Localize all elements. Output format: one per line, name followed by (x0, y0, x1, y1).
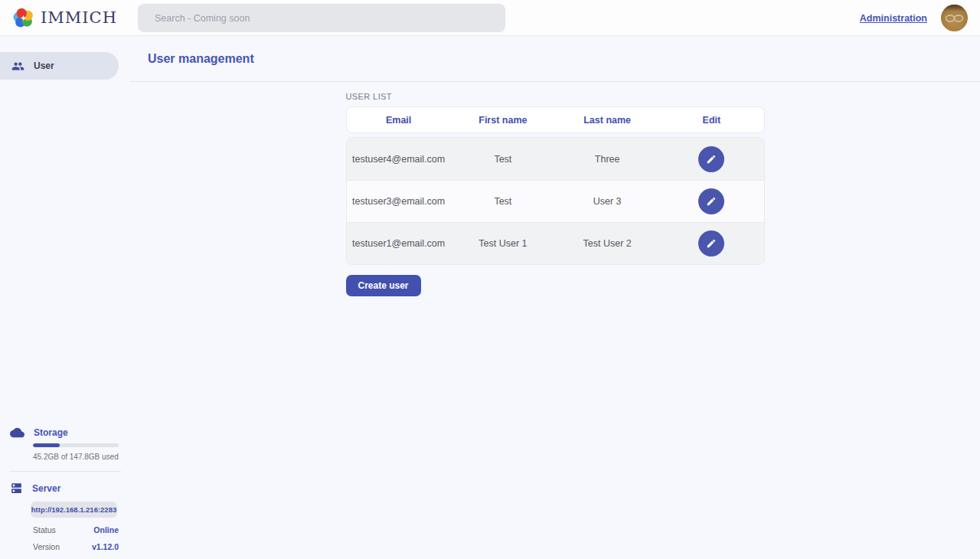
immich-flower-icon (12, 7, 34, 29)
storage-progress-bar (33, 443, 119, 447)
cloud-icon (10, 427, 24, 438)
column-header-edit: Edit (659, 115, 763, 126)
administration-link[interactable]: Administration (860, 13, 927, 24)
immich-logo[interactable]: IMMICH (0, 7, 130, 29)
admin-sidebar: User Storage 45.2GB of 147.8GB used (0, 36, 130, 559)
version-value: v1.12.0 (92, 542, 119, 551)
user-last-name: Three (555, 154, 659, 165)
main-content: User management USER LIST Email First na… (130, 36, 980, 559)
edit-user-button[interactable] (698, 230, 724, 257)
user-email: testuser4@email.com (347, 154, 451, 165)
pencil-icon (706, 196, 717, 207)
server-status-row: Status Online (33, 525, 119, 534)
server-url-badge: http://192.168.1.216:2283 (31, 502, 117, 518)
edit-user-button[interactable] (698, 146, 724, 172)
top-header: IMMICH Administration (0, 0, 980, 36)
server-version-row: Version v1.12.0 (33, 542, 119, 551)
search-input[interactable] (138, 4, 505, 32)
user-avatar[interactable] (941, 5, 968, 31)
logo-wordmark: IMMICH (41, 8, 117, 27)
storage-usage-text: 45.2GB of 147.8GB used (33, 453, 130, 461)
user-list-label: USER LIST (346, 92, 765, 101)
column-header-first-name: First name (451, 115, 555, 126)
user-last-name: Test User 2 (555, 238, 659, 249)
column-header-email: Email (347, 115, 451, 126)
pencil-icon (706, 154, 717, 165)
user-email: testuser3@email.com (347, 196, 451, 207)
user-last-name: User 3 (555, 196, 659, 207)
user-table-body: testuser4@email.com Test Three (346, 137, 765, 265)
user-first-name: Test (451, 196, 555, 207)
storage-progress-fill (33, 443, 60, 447)
pencil-icon (706, 238, 717, 249)
column-header-last-name: Last name (555, 115, 659, 126)
user-first-name: Test (451, 154, 555, 165)
user-row: testuser1@email.com Test User 1 Test Use… (347, 222, 764, 264)
sidebar-divider (9, 471, 121, 472)
sidebar-item-user[interactable]: User (0, 52, 119, 80)
server-icon (10, 482, 23, 495)
server-url: http://192.168.1.216:2283 (31, 505, 116, 514)
user-table-header: Email First name Last name Edit (346, 106, 765, 133)
version-label: Version (33, 542, 60, 551)
storage-title: Storage (34, 427, 68, 438)
user-first-name: Test User 1 (451, 238, 555, 249)
storage-panel: Storage 45.2GB of 147.8GB used (0, 427, 130, 461)
user-email: testuser1@email.com (347, 238, 451, 249)
status-label: Status (33, 525, 56, 534)
page-title-bar: User management (130, 36, 980, 82)
users-icon (11, 60, 24, 73)
user-row: testuser4@email.com Test Three (347, 138, 764, 180)
create-user-button[interactable]: Create user (346, 275, 421, 296)
sidebar-item-label: User (34, 60, 54, 71)
page-title: User management (148, 52, 254, 66)
status-value: Online (93, 525, 119, 534)
server-panel: Server http://192.168.1.216:2283 Status … (0, 482, 130, 551)
server-title: Server (32, 483, 60, 494)
edit-user-button[interactable] (698, 188, 724, 214)
user-row: testuser3@email.com Test User 3 (347, 180, 764, 222)
